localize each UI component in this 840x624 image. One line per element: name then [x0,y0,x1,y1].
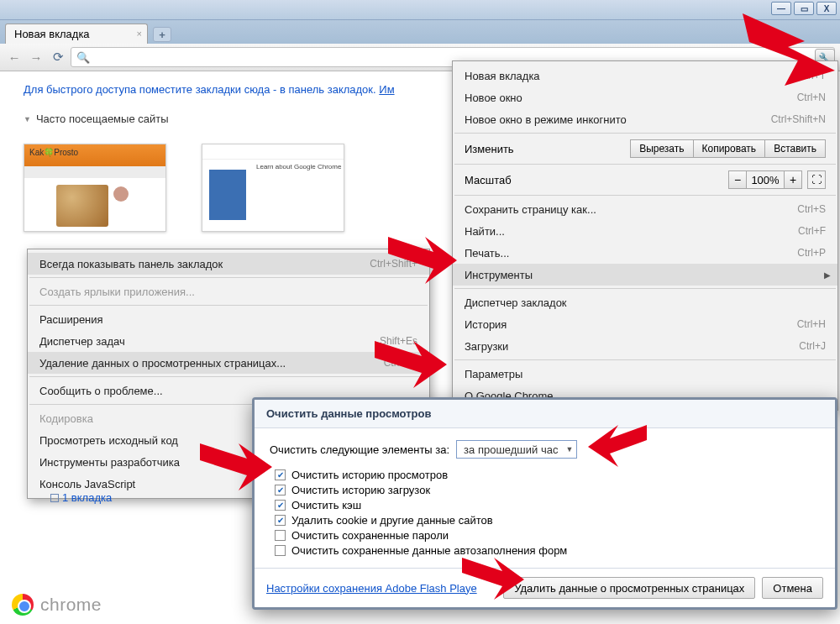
copy-button[interactable]: Копировать [694,139,766,158]
bookmark-hint: Для быстрого доступа поместите закладки … [24,83,395,96]
chevron-right-icon: ▶ [824,270,831,280]
time-range-select[interactable]: за прошедший час▼ [456,440,577,459]
one-tab-label: 1 вкладка [50,491,112,504]
check-history[interactable]: ✔Очистить историю просмотров [275,469,820,481]
cancel-button[interactable]: Отмена [762,577,823,599]
back-button[interactable]: ← [5,48,24,66]
menu-incognito[interactable]: Новое окно в режиме инкогнитоCtrl+Shift+… [453,108,837,130]
chrome-logo-icon [12,594,34,616]
check-autofill[interactable]: Очистить сохраненные данные автозаполнен… [275,544,820,557]
zoom-value: 100% [747,170,784,189]
clear-data-button[interactable]: Удалить данные о просмотренных страницах [503,577,755,599]
reload-button[interactable]: ⟳ [49,48,67,66]
menu-find[interactable]: Найти...Ctrl+F [453,220,837,242]
menu-zoom-row: Масштаб − 100% + ⛶ [453,167,837,192]
window-titlebar: — ▭ X [0,0,840,20]
new-tab-button[interactable]: + [153,27,171,42]
zoom-in-button[interactable]: + [784,170,802,189]
check-passwords[interactable]: Очистить сохраненные пароли [275,529,820,542]
menu-edit-row: Изменить Вырезать Копировать Вставить [453,136,837,161]
period-label: Очистить следующие элементы за: [270,443,449,456]
paste-button[interactable]: Вставить [765,139,826,158]
sub-always-show-bookmarks[interactable]: Всегда показывать панель закладокCtrl+Sh… [28,253,429,275]
menu-history[interactable]: ИсторияCtrl+H [453,313,837,335]
close-button[interactable]: X [816,2,837,15]
menu-bookmark-manager[interactable]: Диспетчер закладок [453,291,837,313]
sub-clear-browsing-data[interactable]: Удаление данных о просмотренных страница… [28,352,429,374]
site-thumbnail[interactable]: Learn about Google Chrome [202,144,344,232]
wrench-menu: Новая вкладкаCtrl+T Новое окноCtrl+N Нов… [452,60,838,411]
sub-extensions[interactable]: Расширения [28,308,429,330]
check-downloads[interactable]: ✔Очистить историю загрузок [275,484,820,496]
minimize-button[interactable]: — [771,2,791,15]
menu-save-page[interactable]: Сохранить страницу как...Ctrl+S [453,198,837,220]
tab-strip: Новая вкладка × + [0,20,840,44]
chevron-down-icon: ▼ [566,445,574,454]
dialog-title: Очистить данные просмотров [255,400,835,428]
tab-title: Новая вкладка [14,28,90,40]
menu-downloads[interactable]: ЗагрузкиCtrl+J [453,335,837,357]
sub-task-manager[interactable]: Диспетчер задачShift+Es [28,330,429,352]
sub-create-shortcuts: Создать ярлыки приложения... [28,281,429,302]
forward-button[interactable]: → [27,48,45,66]
check-cookies[interactable]: ✔Удалить cookie и другие данные сайтов [275,514,820,527]
flash-settings-link[interactable]: Настройки сохранения Adobe Flash Playe [266,582,477,595]
menu-settings[interactable]: Параметры [453,363,837,385]
maximize-button[interactable]: ▭ [794,2,814,15]
zoom-out-button[interactable]: − [728,170,747,189]
menu-tools[interactable]: Инструменты▶ [453,264,837,286]
close-icon[interactable]: × [137,29,142,39]
menu-print[interactable]: Печать...Ctrl+P [453,242,837,264]
menu-new-tab[interactable]: Новая вкладкаCtrl+T [453,65,837,87]
chevron-down-icon: ▼ [24,115,31,123]
browser-tab[interactable]: Новая вкладка × [5,24,148,44]
check-cache[interactable]: ✔Очистить кэш [275,499,820,511]
cut-button[interactable]: Вырезать [630,139,693,158]
fullscreen-button[interactable]: ⛶ [807,170,826,189]
clear-browsing-data-dialog: Очистить данные просмотров Очистить след… [252,397,837,610]
search-icon: 🔍 [76,51,90,64]
site-thumbnail[interactable]: Kak🍀Prosto [24,144,166,232]
chrome-wordmark: chrome [40,595,102,615]
menu-new-window[interactable]: Новое окноCtrl+N [453,87,837,108]
